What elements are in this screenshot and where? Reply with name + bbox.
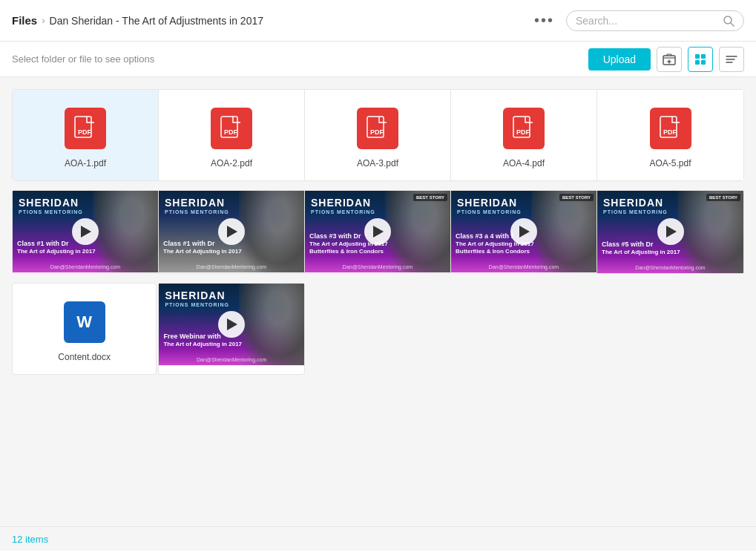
video-item[interactable]: SHERIDAN PTIONS MENTORING Class #5 with … — [597, 191, 743, 273]
video-email: Dan@SheridanMentoring.com — [597, 265, 743, 270]
grid-view-icon — [694, 53, 707, 66]
file-item[interactable]: PDF AOA-3.pdf — [305, 90, 451, 180]
play-icon — [666, 226, 677, 238]
items-count: 12 items — [12, 534, 48, 545]
svg-rect-5 — [695, 54, 700, 59]
file-name: Content.docx — [58, 352, 111, 362]
pdf-icon: PDF — [65, 108, 106, 149]
file-name: AOA-5.pdf — [649, 158, 691, 169]
breadcrumb-files-link[interactable]: Files — [12, 14, 37, 27]
breadcrumb-current-folder: Dan Sheridan - The Art of Adjustments in… — [50, 15, 263, 27]
svg-line-1 — [731, 23, 734, 26]
svg-rect-7 — [695, 60, 700, 65]
search-input[interactable] — [576, 15, 717, 27]
play-icon — [373, 226, 384, 238]
play-button[interactable] — [218, 218, 245, 245]
word-doc-content: W Content.docx — [13, 284, 156, 374]
pdf-icon-label: PDF — [503, 108, 545, 149]
pdf-icon-label: PDF — [65, 108, 106, 149]
video-grid-row1: SHERIDAN PTIONS MENTORING Class #1 with … — [12, 190, 744, 274]
video-email: Dan@SheridanMentoring.com — [451, 264, 596, 269]
file-item[interactable]: PDF AOA-1.pdf — [13, 90, 159, 180]
breadcrumb-separator: › — [42, 15, 45, 26]
footer: 12 items — [0, 526, 756, 551]
file-name: AOA-4.pdf — [503, 158, 545, 169]
upload-button[interactable]: Upload — [588, 48, 651, 71]
play-button[interactable] — [218, 311, 245, 338]
video-thumbnail: SHERIDAN PTIONS MENTORING Class #3 a 4 w… — [451, 191, 596, 272]
video-item[interactable]: SHERIDAN PTIONS MENTORING Class #1 with … — [159, 191, 305, 273]
play-icon — [227, 318, 237, 330]
play-icon — [227, 226, 237, 238]
video-item[interactable]: SHERIDAN PTIONS MENTORING Class #3 a 4 w… — [451, 191, 597, 273]
word-icon-label: W — [76, 313, 92, 332]
file-item[interactable]: PDF AOA-2.pdf — [159, 90, 305, 180]
svg-rect-8 — [701, 60, 706, 65]
video-email: Dan@SheridanMentoring.com — [159, 264, 304, 269]
breadcrumb: Files › Dan Sheridan - The Art of Adjust… — [12, 14, 522, 27]
svg-text:PDF: PDF — [370, 128, 384, 136]
grid-view-button[interactable] — [688, 47, 713, 72]
best-story-badge: BEST STORY — [413, 194, 447, 201]
pdf-files-grid: PDF AOA-1.pdf PDF AOA-2.pdf PDF AOA-3.pd… — [12, 89, 744, 181]
bottom-row: W Content.docx SHERIDAN PTIONS MENTORING… — [12, 283, 744, 375]
svg-text:PDF: PDF — [224, 128, 238, 136]
more-options-button[interactable]: ••• — [528, 9, 560, 32]
add-folder-icon — [663, 53, 676, 66]
video-email: Dan@SheridanMentoring.com — [13, 264, 158, 269]
sheridan-branding: SHERIDAN PTIONS MENTORING — [311, 197, 375, 215]
play-button[interactable] — [364, 218, 391, 245]
search-icon — [723, 15, 734, 27]
toolbar: Select folder or file to see options Upl… — [0, 42, 756, 77]
sheridan-branding: SHERIDAN PTIONS MENTORING — [457, 197, 522, 215]
play-button[interactable] — [510, 218, 537, 245]
best-story-badge: BEST STORY — [559, 194, 594, 201]
video-item[interactable]: SHERIDAN PTIONS MENTORING Class #1 with … — [13, 191, 159, 273]
empty-cell — [305, 283, 451, 375]
best-story-badge: BEST STORY — [706, 194, 740, 201]
svg-rect-6 — [701, 54, 706, 59]
video-email: Dan@SheridanMentoring.com — [159, 357, 303, 362]
word-icon: W — [64, 301, 105, 343]
play-button[interactable] — [657, 218, 684, 245]
sheridan-branding: SHERIDAN PTIONS MENTORING — [603, 197, 668, 215]
empty-cell — [451, 283, 597, 375]
play-button[interactable] — [72, 218, 99, 245]
word-doc-item[interactable]: W Content.docx — [12, 283, 157, 375]
file-name: AOA-2.pdf — [211, 158, 252, 169]
sort-icon — [725, 53, 738, 66]
sort-button[interactable] — [719, 47, 744, 72]
file-item[interactable]: PDF AOA-4.pdf — [451, 90, 597, 180]
app-header: Files › Dan Sheridan - The Art of Adjust… — [0, 0, 756, 42]
video-thumbnail: SHERIDAN PTIONS MENTORING Class #1 with … — [159, 191, 304, 272]
search-box — [566, 10, 744, 31]
video-thumbnail: SHERIDAN PTIONS MENTORING Class #5 with … — [597, 191, 743, 273]
svg-text:PDF: PDF — [78, 128, 92, 136]
pdf-icon: PDF — [650, 108, 691, 149]
sheridan-branding: SHERIDAN PTIONS MENTORING — [165, 290, 229, 308]
pdf-icon-label: PDF — [650, 108, 691, 149]
video-thumbnail: SHERIDAN PTIONS MENTORING Class #3 with … — [305, 191, 450, 272]
video-item[interactable]: SHERIDAN PTIONS MENTORING Class #3 with … — [305, 191, 451, 273]
video-thumbnail: SHERIDAN PTIONS MENTORING Free Webinar w… — [159, 284, 303, 365]
pdf-icon: PDF — [211, 108, 252, 149]
file-name: AOA-1.pdf — [65, 158, 106, 169]
sheridan-branding: SHERIDAN PTIONS MENTORING — [165, 197, 229, 215]
svg-text:PDF: PDF — [516, 128, 530, 136]
video-email: Dan@SheridanMentoring.com — [305, 264, 450, 269]
empty-cell — [598, 283, 744, 375]
file-item[interactable]: PDF AOA-5.pdf — [597, 90, 743, 180]
svg-text:PDF: PDF — [663, 128, 677, 136]
pdf-icon: PDF — [503, 108, 545, 149]
add-folder-button[interactable] — [657, 47, 682, 72]
play-icon — [519, 226, 530, 238]
video-item[interactable]: SHERIDAN PTIONS MENTORING Free Webinar w… — [158, 283, 304, 375]
pdf-icon-label: PDF — [211, 108, 252, 149]
file-name: AOA-3.pdf — [357, 158, 398, 169]
sheridan-branding: SHERIDAN PTIONS MENTORING — [19, 197, 83, 215]
video-thumbnail: SHERIDAN PTIONS MENTORING Class #1 with … — [13, 191, 158, 272]
toolbar-hint: Select folder or file to see options — [12, 53, 582, 65]
pdf-icon-label: PDF — [357, 108, 398, 149]
main-content: PDF AOA-1.pdf PDF AOA-2.pdf PDF AOA-3.pd… — [0, 77, 756, 526]
play-icon — [81, 226, 91, 238]
